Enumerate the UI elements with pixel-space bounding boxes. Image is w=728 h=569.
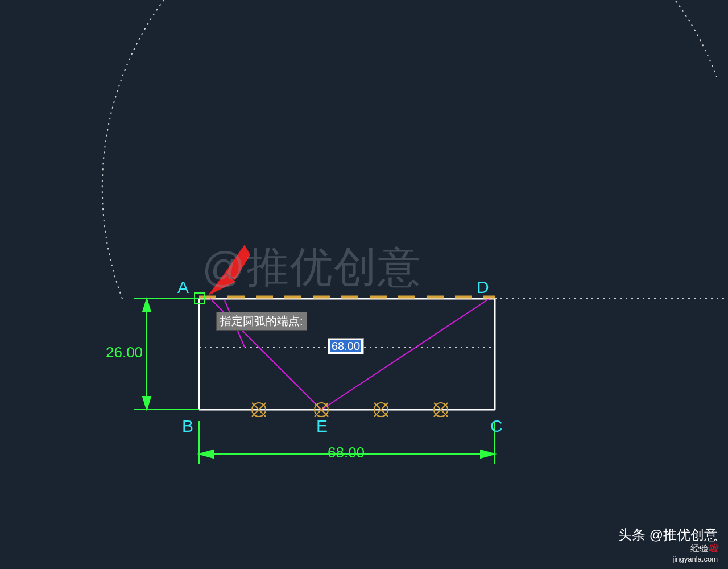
point-label-e: E (316, 417, 328, 436)
point-label-a: A (177, 278, 189, 297)
footer-handle: @推优创意 (650, 527, 718, 542)
dynamic-input-value[interactable]: 68.00 (330, 340, 361, 352)
command-prompt-tooltip: 指定圆弧的端点: (216, 312, 307, 331)
footer-domain: jingyanla.com (618, 555, 718, 563)
svg-marker-23 (481, 450, 495, 458)
dim-width-value: 68.00 (328, 444, 365, 461)
dynamic-input[interactable]: 68.00 (328, 338, 364, 354)
footer-prefix: 头条 (618, 527, 646, 542)
svg-marker-17 (143, 299, 151, 312)
svg-marker-22 (199, 450, 213, 458)
svg-marker-18 (143, 397, 151, 410)
point-label-c: C (490, 417, 503, 436)
svg-marker-13 (225, 245, 250, 280)
footer-brand-prefix: 经验 (690, 543, 709, 553)
dim-vertical (134, 299, 199, 410)
arrow-annotation (208, 245, 250, 296)
footer-brand-accent: 啦 (709, 543, 718, 553)
point-label-b: B (182, 417, 193, 436)
arc-preview (102, 0, 717, 299)
dim-height-value: 26.00 (106, 344, 143, 361)
cad-viewport[interactable]: A D B C E 26.00 68.00 @推优创意 指定圆弧的端点: 68.… (0, 0, 728, 569)
prompt-text: 指定圆弧的端点: (220, 315, 303, 327)
drawing-layer (0, 0, 728, 569)
point-label-d: D (477, 278, 489, 297)
footer-watermark: 头条 @推优创意 经验啦 jingyanla.com (618, 526, 718, 563)
